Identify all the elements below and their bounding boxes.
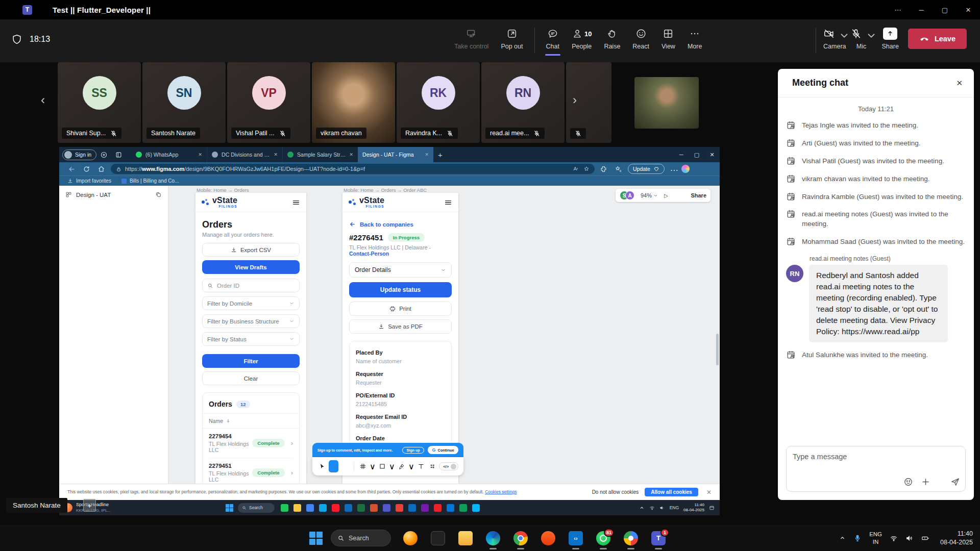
- teams-taskbar-icon[interactable]: T1: [651, 531, 666, 545]
- shared-screen-taskbar: Sports HeadlineKKR vs LSG, IPL... Search…: [59, 500, 720, 515]
- brave-taskbar-icon[interactable]: [541, 531, 555, 545]
- share-button[interactable]: Share: [880, 22, 901, 56]
- window-maximize-button[interactable]: ▢: [933, 0, 957, 19]
- tab-title: Design - UAT - Figma: [362, 152, 421, 158]
- chat-panel-title: Meeting chat: [792, 78, 848, 88]
- chrome-taskbar-icon[interactable]: [513, 531, 528, 545]
- tab-close-icon: ✕: [425, 152, 429, 157]
- emoji-icon[interactable]: [903, 477, 913, 487]
- mic-button[interactable]: Mic: [848, 22, 875, 56]
- order-id-search-input: Order ID: [202, 279, 300, 292]
- figma-canvas: Mobile: Home → Orders vStateFILINGS Orde…: [168, 186, 720, 484]
- browser-menu-icon: ⋯: [670, 165, 678, 173]
- tab-title: Sample Salary Structure with calc: [297, 152, 346, 158]
- participant-tile[interactable]: RNread.ai mee...: [481, 62, 565, 143]
- save-as-pdf-button: Save as PDF: [349, 319, 452, 334]
- collaborator-avatar: A: [625, 191, 634, 200]
- tab-close-icon: ✕: [350, 152, 354, 157]
- actions-tool-icon: [428, 460, 437, 472]
- battery-icon[interactable]: [921, 534, 929, 542]
- orders-list-card: Orders 12 Name 2279454TL Flex Holdings L…: [202, 392, 300, 484]
- leave-button[interactable]: Leave: [908, 29, 967, 49]
- chevron-right-icon: ›: [291, 469, 293, 477]
- shared-screen-region[interactable]: Sign in (6) WhatsApp✕DC Divisions and Su…: [59, 147, 720, 500]
- participant-tile[interactable]: RKRavindra K...: [397, 62, 480, 143]
- window-close-button[interactable]: ✕: [957, 0, 980, 19]
- calendar-person-icon: [786, 121, 796, 130]
- react-button[interactable]: React: [626, 22, 655, 56]
- shield-icon: [11, 34, 22, 45]
- whatsapp-taskbar-icon[interactable]: 81: [596, 531, 610, 545]
- hand-tool-icon: [329, 460, 338, 472]
- participant-tile[interactable]: VPVishal Patil ...: [227, 62, 310, 143]
- vscode-taskbar-icon[interactable]: ‹›: [569, 531, 583, 545]
- more-button[interactable]: More: [681, 22, 708, 56]
- tray-expand-icon[interactable]: [839, 535, 846, 541]
- order-details-select: Order Details: [349, 262, 452, 278]
- camera-button[interactable]: Camera: [821, 22, 848, 56]
- chat-close-icon[interactable]: ✕: [956, 79, 963, 88]
- raised-hand-icon: [606, 28, 618, 39]
- participant-video-spotlight[interactable]: [634, 77, 699, 129]
- system-message-text: Arti (Guest) was invited to the meeting.: [802, 139, 921, 148]
- browser-essentials-icon: [653, 166, 659, 172]
- open-app-indicator: [489, 548, 497, 549]
- volume-icon[interactable]: [905, 534, 914, 542]
- chevron-right-icon: ›: [291, 439, 293, 447]
- participant-tile[interactable]: vikram chavan: [312, 62, 395, 143]
- language-indicator[interactable]: ENGIN: [869, 531, 882, 545]
- avatar: VP: [252, 76, 286, 110]
- order-row: 2279451TL Flex Holdings LLCComplete›: [209, 458, 293, 484]
- chat-message-input[interactable]: Type a message: [786, 446, 966, 492]
- filter-dropdown: Filter by Domicile: [202, 296, 300, 310]
- notification-icon: [709, 505, 715, 511]
- import-favorites-item: Import favorites: [67, 178, 111, 184]
- strip-scroll-left-icon[interactable]: ‹: [41, 94, 45, 106]
- sender-avatar: RN: [786, 265, 803, 282]
- chat-sender-name: read.ai meeting notes (Guest): [810, 255, 966, 262]
- tray-mic-icon[interactable]: [853, 534, 862, 542]
- edge-taskbar-icon[interactable]: [486, 531, 500, 545]
- vstate-logo-icon: [202, 199, 210, 206]
- browser-signin-button: Sign in: [62, 149, 96, 160]
- explorer-taskbar-icon[interactable]: [458, 531, 473, 545]
- volume-icon: [659, 505, 665, 511]
- taskbar-search[interactable]: Search: [331, 530, 391, 546]
- mic-off-icon: [279, 130, 286, 137]
- camera-options-chevron-icon[interactable]: [839, 30, 846, 37]
- avatar: RK: [422, 76, 455, 110]
- window-more-icon[interactable]: ⋯: [886, 0, 910, 19]
- google-g-icon: G: [432, 447, 435, 453]
- open-app-indicator: [517, 548, 524, 549]
- orders-page-title: Orders: [202, 219, 300, 230]
- participant-tile[interactable]: SNSantosh Narate: [142, 62, 226, 143]
- share-add-button[interactable]: +: [83, 499, 96, 512]
- participant-name-chip: Santosh Narate: [146, 128, 200, 139]
- raise-button[interactable]: Raise: [598, 22, 626, 56]
- view-drafts-button: View Drafts: [202, 260, 300, 274]
- window-minimize-button[interactable]: ─: [910, 0, 933, 19]
- start-button[interactable]: [309, 532, 323, 545]
- teams-logo-icon: T: [22, 5, 32, 15]
- store-icon: [472, 504, 480, 512]
- chat-button[interactable]: Chat: [540, 22, 566, 56]
- participant-tile[interactable]: SSShivani Sup...: [58, 62, 141, 143]
- people-button[interactable]: 10People: [566, 22, 598, 56]
- view-button[interactable]: View: [655, 22, 681, 56]
- google-taskbar-icon[interactable]: [624, 531, 638, 545]
- wifi-icon[interactable]: [890, 534, 898, 542]
- page-scrollbar-thumb: [716, 334, 719, 365]
- taskbar-clock[interactable]: 11:4008-04-2025: [940, 530, 973, 547]
- firefox-taskbar-icon[interactable]: [403, 531, 418, 545]
- mic-options-chevron-icon[interactable]: [866, 30, 873, 37]
- open-app-indicator: [627, 548, 634, 549]
- app-dark-taskbar-icon[interactable]: [431, 531, 445, 545]
- chat-system-message: Mohammad Saad (Guest) was invited to the…: [786, 237, 966, 247]
- dev-mode-toggle: </>: [439, 462, 458, 470]
- participant-name: read.ai mee...: [490, 130, 529, 137]
- mic-off-icon: [110, 130, 117, 137]
- pop-out-button[interactable]: Pop out: [495, 22, 529, 56]
- send-message-icon[interactable]: [950, 477, 960, 487]
- strip-scroll-right-icon[interactable]: ›: [573, 94, 577, 106]
- attach-plus-icon[interactable]: [921, 477, 930, 487]
